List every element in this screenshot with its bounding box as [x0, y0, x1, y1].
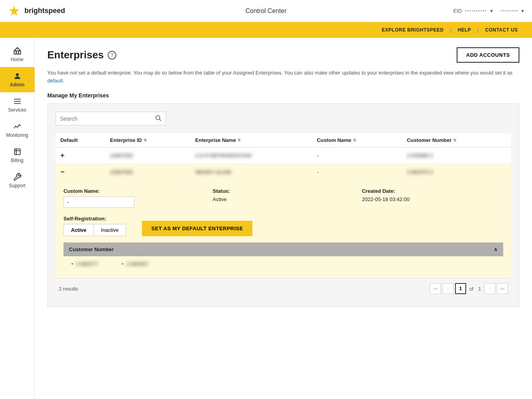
col-customer-number[interactable]: Customer Number ⇅: [402, 133, 511, 147]
table-row-expanded: − 12867500 WENDY GLOW - 2-862575-2: [56, 164, 511, 181]
main-layout: Home Admin Services Monitoring: [0, 38, 532, 399]
svg-point-10: [156, 116, 160, 120]
self-reg-label: Self-Registration:: [63, 216, 126, 222]
self-reg-section: Self-Registration: Active Inactive: [63, 216, 126, 236]
row1-expand[interactable]: +: [56, 147, 105, 164]
col-custom-name[interactable]: Custom Name ⇅: [312, 133, 402, 147]
table-container: Default Enterprise ID ⇅ Enterprise Name: [47, 103, 519, 307]
col-enterprise-id[interactable]: Enterprise ID ⇅: [105, 133, 190, 147]
sidebar-item-services[interactable]: Services: [0, 92, 35, 117]
created-date-label: Created Date:: [362, 188, 503, 194]
customer-number-title: Customer Number: [69, 246, 114, 252]
expand-row1-button[interactable]: +: [60, 151, 65, 160]
row1-custom-name: -: [312, 147, 402, 164]
created-date-value: 2022-05-18 03:42:00: [362, 196, 503, 202]
monitoring-icon: [13, 122, 22, 131]
eid-chevron[interactable]: ▾: [490, 8, 493, 14]
row2-custom-name: -: [312, 164, 402, 181]
last-page-button[interactable]: ⏭: [497, 283, 508, 294]
row1-enterprise-name: A & R REFRIGERATION: [190, 147, 312, 164]
nav-explore[interactable]: EXPLORE BRIGHTSPEED: [375, 27, 450, 33]
custom-name-label: Custom Name:: [63, 188, 205, 194]
nav-help[interactable]: HELP: [452, 27, 478, 33]
sidebar-label-monitoring: Monitoring: [6, 132, 28, 138]
svg-rect-2: [14, 51, 21, 54]
first-page-button[interactable]: ⏮: [430, 283, 441, 294]
customer-num-item-2: • 2-863057: [122, 261, 149, 267]
expanded-detail-row: Custom Name: Status: Active: [56, 180, 511, 278]
set-default-button[interactable]: SET AS MY DEFAULT ENTERPRISE: [142, 221, 253, 236]
admin-icon: [13, 72, 22, 80]
search-box: [56, 112, 166, 125]
sidebar: Home Admin Services Monitoring: [0, 38, 35, 399]
search-icon[interactable]: [155, 114, 162, 123]
page-header: Enterprises ? ADD ACCOUNTS: [47, 47, 519, 63]
collapse-row2-button[interactable]: −: [60, 168, 65, 176]
table-body: + 12867500 A & R REFRIGERATION - 2-63098…: [56, 147, 511, 278]
sidebar-label-home: Home: [11, 57, 23, 62]
sidebar-label-billing: Billing: [11, 158, 23, 163]
row1-enterprise-id: 12867500: [105, 147, 190, 164]
search-area: [56, 112, 511, 125]
default-link[interactable]: default: [47, 78, 63, 84]
sidebar-item-billing[interactable]: Billing: [0, 143, 35, 168]
services-icon: [13, 97, 22, 106]
status-label: Status:: [213, 188, 354, 194]
support-icon: [13, 173, 22, 181]
svg-line-11: [159, 119, 161, 121]
status-section: Status: Active: [213, 188, 354, 208]
info-text: You have not set a default enterprise. Y…: [47, 69, 519, 84]
svg-point-3: [16, 73, 19, 76]
home-icon: [13, 47, 22, 55]
expanded-detail: Custom Name: Status: Active: [56, 180, 511, 278]
row1-customer-number: 2-630980-2: [402, 147, 511, 164]
billing-icon: [13, 147, 22, 156]
sidebar-label-services: Services: [8, 107, 26, 113]
customer-num-value-1: 2-862577: [77, 261, 98, 267]
customer-number-body: • 2-862577 • 2-863057: [63, 256, 503, 272]
row2-customer-number: 2-862575-2: [402, 164, 511, 181]
col-enterprise-name[interactable]: Enterprise Name ⇅: [190, 133, 312, 147]
content-area: Enterprises ? ADD ACCOUNTS You have not …: [35, 38, 532, 399]
total-pages: 1: [478, 286, 481, 292]
toggle-inactive-button[interactable]: Inactive: [94, 224, 126, 236]
self-reg-area: Self-Registration: Active Inactive SET A…: [63, 216, 503, 236]
logo-icon: [8, 5, 21, 17]
status-value: Active: [213, 196, 354, 202]
current-page-button[interactable]: 1: [455, 283, 466, 294]
logo-text: brightspeed: [24, 7, 65, 15]
enterprises-table: Default Enterprise ID ⇅ Enterprise Name: [56, 133, 511, 278]
add-accounts-button[interactable]: ADD ACCOUNTS: [457, 47, 519, 63]
yellow-bar: EXPLORE BRIGHTSPEED | HELP | CONTACT US: [0, 22, 532, 38]
toggle-active-button[interactable]: Active: [64, 224, 94, 236]
logo-area: brightspeed: [8, 5, 65, 17]
top-header: brightspeed Control Center EID •••••••••…: [0, 0, 532, 22]
results-count: 2 results: [59, 286, 78, 292]
row2-enterprise-name: WENDY GLOW: [190, 164, 312, 181]
prev-page-button[interactable]: ‹: [442, 283, 454, 294]
customer-number-header[interactable]: Customer Number ∧: [63, 242, 503, 256]
user-value[interactable]: ••••••••: [501, 8, 518, 14]
customer-num-value-2: 2-863057: [127, 261, 148, 267]
search-input[interactable]: [60, 116, 155, 122]
next-page-button[interactable]: ›: [484, 283, 495, 294]
row2-expand[interactable]: −: [56, 164, 105, 181]
collapse-icon: ∧: [494, 246, 498, 252]
custom-name-input[interactable]: [63, 196, 134, 208]
eid-value[interactable]: ••••••••••: [465, 8, 487, 14]
created-date-section: Created Date: 2022-05-18 03:42:00: [362, 188, 503, 208]
nav-contact[interactable]: CONTACT US: [479, 27, 524, 33]
sidebar-item-admin[interactable]: Admin: [0, 67, 35, 92]
sidebar-item-monitoring[interactable]: Monitoring: [0, 117, 35, 143]
sidebar-item-support[interactable]: Support: [0, 168, 35, 193]
user-chevron[interactable]: ▾: [521, 8, 524, 14]
sidebar-label-support: Support: [9, 183, 25, 188]
help-icon[interactable]: ?: [108, 51, 116, 60]
detail-grid: Custom Name: Status: Active: [63, 188, 503, 208]
sidebar-item-home[interactable]: Home: [0, 42, 35, 67]
pagination-controls: ⏮ ‹ 1 of 1 › ⏭: [430, 283, 508, 294]
svg-point-1: [12, 9, 16, 13]
sidebar-label-admin: Admin: [10, 82, 24, 88]
table-row: + 12867500 A & R REFRIGERATION - 2-63098…: [56, 147, 511, 164]
pagination-area: 2 results ⏮ ‹ 1 of 1 › ⏭: [56, 278, 511, 299]
